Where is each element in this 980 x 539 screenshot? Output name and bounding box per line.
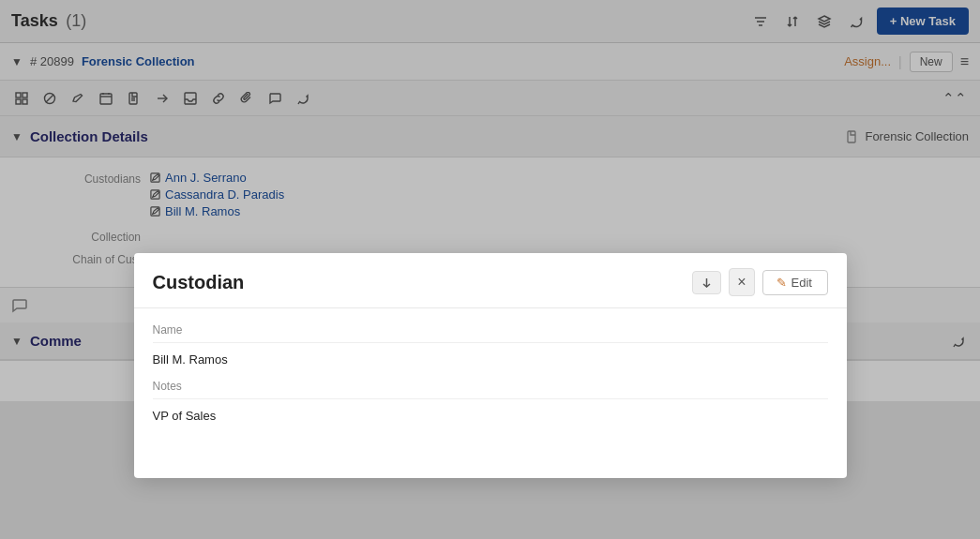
modal-name-label: Name <box>153 323 828 343</box>
modal-close-button[interactable]: × <box>729 268 754 296</box>
modal-edit-button[interactable]: ✎ Edit <box>762 270 828 295</box>
modal-body: Name Bill M. Ramos Notes VP of Sales <box>134 308 847 451</box>
modal-overlay: Custodian × ✎ Edit Name Bill M. Ramos No… <box>0 0 980 539</box>
modal-edit-label: Edit <box>792 276 812 290</box>
modal-header-actions: × ✎ Edit <box>692 268 827 296</box>
modal-name-field: Name Bill M. Ramos <box>153 323 828 367</box>
edit-pencil-icon: ✎ <box>776 276 787 290</box>
modal-notes-value: VP of Sales <box>153 405 828 423</box>
sort-down-icon <box>701 277 713 289</box>
modal-sort-button[interactable] <box>692 271 721 294</box>
custodian-modal: Custodian × ✎ Edit Name Bill M. Ramos No… <box>134 253 847 478</box>
modal-header: Custodian × ✎ Edit <box>134 253 847 308</box>
modal-notes-field: Notes VP of Sales <box>153 380 828 423</box>
modal-name-value: Bill M. Ramos <box>153 349 828 367</box>
modal-title: Custodian <box>153 272 245 293</box>
modal-notes-label: Notes <box>153 380 828 399</box>
